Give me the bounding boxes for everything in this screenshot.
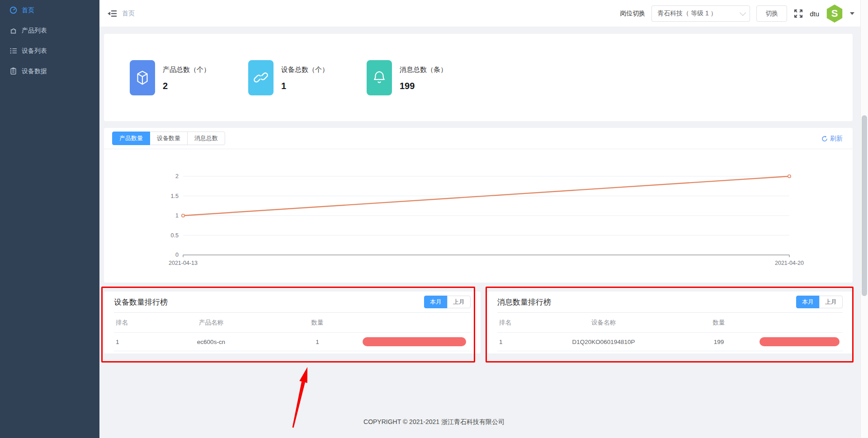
svg-text:1.5: 1.5: [171, 193, 179, 199]
sidebar-toggle-icon[interactable]: [108, 9, 117, 18]
cell-count: 199: [678, 339, 760, 345]
cell-rank: 1: [114, 339, 150, 345]
cell-count: 1: [272, 339, 363, 345]
stat-products: 产品总数（个） 2: [130, 60, 248, 95]
refresh-button[interactable]: 刷新: [821, 135, 843, 143]
sidebar-item-device-data[interactable]: 设备数据: [0, 61, 99, 81]
cell-rank: 1: [497, 339, 529, 345]
role-select[interactable]: 青石科技（ 等级 1 ）: [651, 5, 750, 22]
stat-value: 199: [400, 81, 447, 91]
sidebar-item-label: 设备列表: [22, 47, 47, 55]
tab-device-count[interactable]: 设备数量: [150, 132, 188, 145]
sidebar: 首页 产品列表 设备列表 设备数据: [0, 0, 99, 438]
device-list-icon: [9, 47, 17, 55]
line-chart: 00.511.522021-04-132021-04-20: [104, 147, 853, 283]
copyright-footer: COPYRIGHT © 2021-2021 浙江青石科技有限公司: [0, 418, 868, 426]
header-right-cluster: 岗位切换 青石科技（ 等级 1 ） 切换 dtu S: [620, 0, 854, 27]
username: dtu: [810, 10, 819, 18]
chart-panel: 产品数量 设备数量 消息总数 刷新 00.511.522021-04-13202…: [104, 128, 853, 283]
link-icon: [248, 60, 274, 95]
breadcrumb[interactable]: 首页: [122, 9, 135, 18]
stat-messages: 消息总数（条） 199: [367, 60, 485, 95]
stats-panel: 产品总数（个） 2 设备总数（个） 1 消息总数（条） 199: [104, 34, 853, 121]
device-data-icon: [9, 67, 17, 75]
role-select-value: 青石科技（ 等级 1 ）: [657, 9, 717, 18]
col-count: 数量: [678, 319, 760, 327]
progress-bar: [363, 337, 466, 346]
stat-label: 设备总数（个）: [281, 66, 329, 74]
col-rank: 排名: [114, 319, 150, 327]
device-ranking-panel: 设备数量排行榜 本月 上月 排名 产品名称 数量 1 ec600s-cn 1: [104, 292, 481, 353]
chart-tabs: 产品数量 设备数量 消息总数: [112, 132, 225, 145]
refresh-label: 刷新: [830, 135, 843, 143]
cube-icon: [130, 60, 155, 95]
scrollbar-thumb[interactable]: [862, 115, 867, 296]
role-switch-label: 岗位切换: [620, 9, 645, 18]
cell-name: ec600s-cn: [150, 339, 272, 345]
cell-name: D1Q20KO060194810P: [529, 339, 678, 345]
switch-button[interactable]: 切换: [756, 5, 787, 22]
period-toggle: 本月 上月: [424, 296, 471, 308]
sidebar-item-label: 首页: [22, 6, 34, 14]
table-header-row: 排名 设备名称 数量: [497, 313, 843, 333]
chevron-down-icon: [740, 9, 746, 16]
stat-devices: 设备总数（个） 1: [248, 60, 367, 95]
svg-text:2021-04-13: 2021-04-13: [169, 260, 198, 266]
sidebar-item-devices[interactable]: 设备列表: [0, 41, 99, 61]
period-this-month-button[interactable]: 本月: [424, 296, 448, 308]
caret-down-icon[interactable]: [850, 12, 854, 15]
period-toggle: 本月 上月: [796, 296, 843, 308]
progress-bar: [760, 337, 840, 346]
user-avatar-logo[interactable]: S: [826, 5, 844, 23]
svg-text:2021-04-20: 2021-04-20: [775, 260, 804, 266]
svg-text:1: 1: [175, 212, 179, 219]
period-last-month-button[interactable]: 上月: [819, 296, 843, 308]
fullscreen-icon[interactable]: [793, 9, 803, 19]
col-count: 数量: [272, 319, 363, 327]
tab-product-count[interactable]: 产品数量: [112, 132, 150, 145]
col-name: 产品名称: [150, 319, 272, 327]
sidebar-item-home[interactable]: 首页: [0, 0, 99, 20]
table-row: 1 D1Q20KO060194810P 199: [497, 333, 843, 351]
refresh-icon: [821, 136, 828, 142]
table-row: 1 ec600s-cn 1: [114, 333, 471, 351]
bell-icon: [367, 60, 392, 95]
dashboard-icon: [9, 6, 17, 14]
col-name: 设备名称: [529, 319, 678, 327]
table-header-row: 排名 产品名称 数量: [114, 313, 471, 333]
svg-text:0.5: 0.5: [171, 232, 179, 239]
message-ranking-panel: 消息数量排行榜 本月 上月 排名 设备名称 数量 1 D1Q20KO060194…: [487, 292, 853, 353]
stat-value: 1: [281, 81, 329, 91]
panel-title: 设备数量排行榜: [114, 297, 168, 307]
top-header: 首页 岗位切换 青石科技（ 等级 1 ） 切换 dtu S: [99, 0, 868, 27]
stat-value: 2: [163, 81, 210, 91]
period-this-month-button[interactable]: 本月: [796, 296, 820, 308]
col-rank: 排名: [497, 319, 529, 327]
page-scrollbar: [860, 0, 868, 438]
panel-title: 消息数量排行榜: [497, 297, 551, 307]
svg-text:0: 0: [175, 252, 179, 258]
product-icon: [9, 27, 17, 35]
period-last-month-button[interactable]: 上月: [447, 296, 471, 308]
svg-text:2: 2: [175, 173, 179, 179]
stat-label: 消息总数（条）: [400, 66, 447, 74]
stat-label: 产品总数（个）: [163, 66, 210, 74]
sidebar-item-products[interactable]: 产品列表: [0, 20, 99, 41]
sidebar-item-label: 产品列表: [22, 27, 47, 35]
dashboard-page: 首页 产品列表 设备列表 设备数据 首页 岗位切换: [0, 0, 868, 438]
sidebar-item-label: 设备数据: [22, 67, 47, 75]
tab-message-count[interactable]: 消息总数: [187, 132, 225, 145]
